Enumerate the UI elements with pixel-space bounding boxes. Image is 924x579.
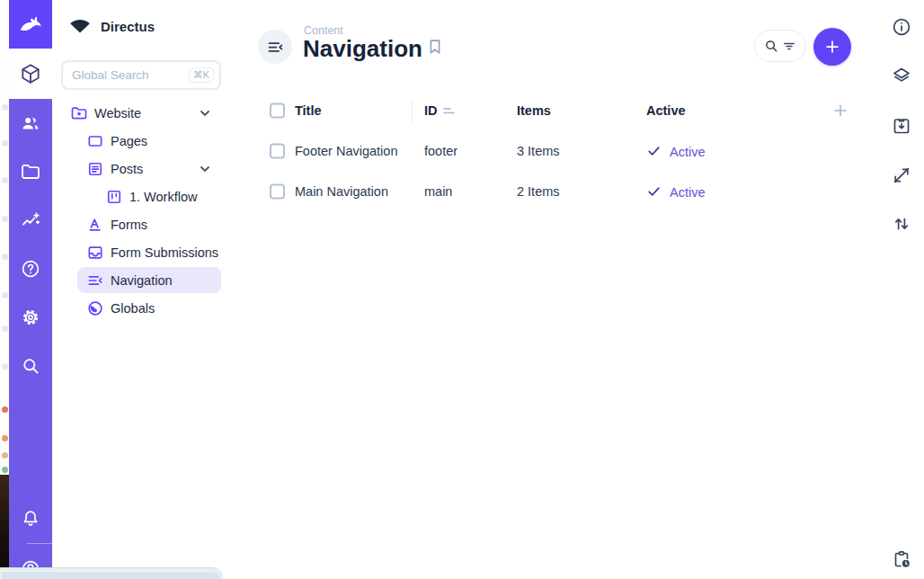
table-row[interactable]: Footer Navigation footer 3 Items Active: [252, 135, 879, 167]
help-icon: [20, 258, 41, 280]
kanban-icon: [105, 188, 123, 206]
collections-tree: Website Pages Posts: [52, 99, 252, 322]
cell-title: Main Navigation: [295, 184, 388, 199]
tree-item-posts[interactable]: Posts: [52, 155, 252, 183]
check-icon: [646, 184, 662, 200]
tree-item-workflow[interactable]: 1. Workflow: [52, 183, 252, 210]
module-settings[interactable]: [9, 296, 52, 339]
table-row[interactable]: Main Navigation main 2 Items Active: [252, 175, 879, 208]
people-icon: [20, 112, 41, 134]
archive-download-icon[interactable]: [891, 115, 912, 137]
search-shortcut-badge: ⌘K: [189, 67, 214, 83]
overlapping-window-edge: [0, 567, 223, 579]
module-content-active[interactable]: [9, 49, 52, 99]
global-search[interactable]: ⌘K: [61, 60, 221, 90]
gear-icon: [20, 307, 41, 328]
row-checkbox[interactable]: [270, 144, 285, 159]
check-icon: [646, 144, 662, 159]
column-divider[interactable]: [412, 99, 413, 122]
chevron-down-icon[interactable]: [198, 106, 212, 120]
folder-icon: [20, 161, 41, 183]
cell-title: Footer Navigation: [295, 144, 397, 158]
navigation-panel: Directus ⌘K Website Pages: [52, 0, 252, 579]
info-icon[interactable]: [891, 16, 912, 38]
tree-item-form-submissions[interactable]: Form Submissions: [52, 238, 252, 266]
clipboard-clock-icon[interactable]: [891, 548, 912, 570]
tree-item-navigation[interactable]: Navigation: [52, 266, 252, 294]
globe-icon: [86, 299, 104, 317]
search-icon[interactable]: [763, 38, 779, 54]
bookmark-icon[interactable]: [425, 37, 445, 57]
bell-icon: [20, 508, 41, 530]
column-header-active[interactable]: Active: [646, 103, 686, 118]
search-icon: [20, 355, 41, 377]
article-icon: [86, 160, 104, 178]
box-icon: [19, 62, 42, 85]
wedge-logo-icon: [68, 15, 92, 37]
tree-item-pages[interactable]: Pages: [52, 127, 252, 155]
cell-id: footer: [424, 144, 458, 158]
row-checkbox[interactable]: [270, 184, 285, 200]
module-insights[interactable]: [9, 199, 52, 242]
tree-item-website[interactable]: Website: [52, 99, 252, 127]
menu-open-icon: [86, 272, 104, 290]
active-label: Active: [670, 144, 706, 158]
module-bar: [9, 0, 52, 579]
cell-active: Active: [646, 144, 706, 159]
active-label: Active: [670, 184, 706, 199]
module-documentation[interactable]: [9, 247, 52, 290]
filter-icon[interactable]: [781, 38, 797, 54]
cell-items: 3 Items: [517, 144, 560, 158]
cell-active: Active: [646, 184, 706, 200]
project-name: Directus: [101, 19, 155, 34]
chevron-down-icon[interactable]: [198, 162, 212, 176]
insights-icon: [20, 209, 41, 231]
table-header: Title ID Items Active: [252, 98, 879, 123]
column-header-title[interactable]: Title: [295, 103, 322, 118]
rabbit-logo-icon[interactable]: [9, 0, 52, 49]
menu-open-icon: [266, 38, 285, 57]
cell-id: main: [424, 184, 452, 199]
tree-item-globals[interactable]: Globals: [52, 294, 252, 322]
folder-star-icon: [70, 104, 88, 122]
page-icon: [86, 132, 104, 150]
layers-icon[interactable]: [891, 65, 912, 86]
sort-ascending-icon[interactable]: [443, 105, 456, 116]
inbox-icon: [86, 244, 104, 262]
add-column-icon[interactable]: [831, 102, 849, 120]
page-title: Navigation: [303, 35, 422, 63]
cell-items: 2 Items: [517, 184, 560, 199]
tree-item-forms[interactable]: Forms: [52, 210, 252, 238]
collection-icon-button[interactable]: [258, 30, 292, 64]
module-bar-divider: [27, 543, 52, 544]
search-filter-pill: [754, 30, 806, 62]
global-search-input[interactable]: [72, 68, 171, 82]
swap-vert-icon[interactable]: [891, 213, 912, 235]
plus-icon: [823, 38, 841, 56]
right-sidebar-rail: [879, 0, 924, 579]
module-user-directory[interactable]: [9, 102, 52, 145]
notifications-button[interactable]: [9, 497, 52, 540]
directus-app: Directus ⌘K Website Pages: [0, 0, 924, 579]
select-all-checkbox[interactable]: [270, 103, 285, 119]
page-header: Content Navigation: [252, 0, 879, 81]
project-switcher[interactable]: Directus: [68, 13, 155, 40]
module-file-library[interactable]: [9, 150, 52, 193]
module-search[interactable]: [9, 344, 52, 387]
column-header-id[interactable]: ID: [424, 103, 438, 118]
title-icon: [86, 216, 104, 234]
sync-disabled-icon[interactable]: [891, 165, 912, 186]
main-content: Content Navigation Title: [252, 0, 879, 579]
column-header-items[interactable]: Items: [517, 103, 551, 118]
background-window-sliver: [0, 0, 9, 579]
add-item-button[interactable]: [813, 28, 851, 66]
